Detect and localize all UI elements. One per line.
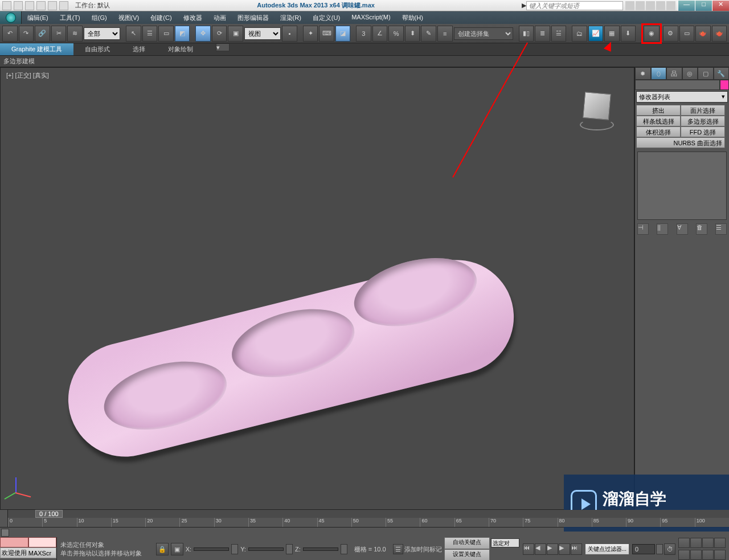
hierarchy-tab-icon[interactable]: 品 [666,67,682,80]
key-selection-dropdown[interactable]: 选定对 [491,538,519,547]
make-unique-icon[interactable]: ∀ [677,223,688,235]
orbit-icon[interactable] [702,550,714,560]
play-icon[interactable]: ▶ [547,543,558,555]
minimize-button[interactable]: — [678,1,695,11]
scale-icon[interactable]: ▣ [228,26,243,42]
remove-modifier-icon[interactable]: 🗑 [696,223,707,235]
motion-tab-icon[interactable]: ◎ [682,67,698,80]
menu-grapheditors[interactable]: 图形编辑器 [232,11,275,24]
modifier-stack[interactable] [637,152,727,220]
mirror-icon[interactable]: ▮▯ [519,26,534,42]
current-frame-field[interactable]: 0 [632,544,655,554]
snap-3d-icon[interactable]: 3 [356,26,371,42]
menu-tools[interactable]: 工具(T) [54,11,86,24]
menu-modifiers[interactable]: 修改器 [178,11,208,24]
edit-named-sel-icon[interactable]: ✎ [421,26,436,42]
render-setup-icon[interactable]: ⚙ [663,26,678,42]
pivot-icon[interactable]: ▪ [282,26,297,42]
select-by-name-icon[interactable]: ☰ [142,26,158,42]
rotate-icon[interactable]: ⟳ [212,26,227,42]
maximize-button[interactable]: □ [695,1,712,11]
binoculars-icon[interactable] [625,1,634,10]
help-search-input[interactable] [526,1,623,10]
abs-rel-icon[interactable]: ▣ [171,543,183,555]
spinner-snap-icon[interactable]: ⬍ [405,26,420,42]
application-button[interactable] [0,11,22,24]
zoom-extents-icon[interactable] [702,538,714,548]
display-tab-icon[interactable]: ▢ [698,67,714,80]
menu-rendering[interactable]: 渲染(R) [275,11,307,24]
time-slider-thumb[interactable]: 0 / 100 [35,510,63,518]
mini-curve-toggle-icon[interactable] [1,529,9,537]
select-object-icon[interactable]: ↖ [126,26,141,42]
bind-spacewarp-icon[interactable]: ≋ [67,26,83,42]
qat-redo-icon[interactable] [48,1,57,10]
curve-editor-icon[interactable]: 📈 [588,26,604,42]
mod-extrude[interactable]: 挤出 [636,105,681,116]
select-rect-icon[interactable]: ▭ [158,26,174,42]
menu-maxscript[interactable]: MAXScript(M) [346,11,396,24]
viewcube[interactable] [577,91,617,130]
key-filters-button[interactable]: 关键点过滤器... [585,544,629,554]
keyboard-shortcut-icon[interactable]: ⌨ [319,26,334,42]
ribbon-tab-freeform[interactable]: 自由形式 [73,43,121,55]
manipulate-icon[interactable]: ✦ [303,26,318,42]
next-frame-icon[interactable]: ▶ [559,543,570,555]
menu-group[interactable]: 组(G) [86,11,113,24]
percent-snap-icon[interactable]: % [388,26,404,42]
mod-vol-select[interactable]: 体积选择 [636,126,681,137]
time-config-icon[interactable]: ⏱ [664,543,675,555]
utilities-tab-icon[interactable]: 🔧 [714,67,730,80]
viewcube-ring-icon[interactable] [580,119,614,130]
menu-edit[interactable]: 编辑(E) [22,11,54,24]
named-selection-sets[interactable]: 创建选择集 [454,27,513,40]
y-field[interactable] [248,547,284,551]
menu-animation[interactable]: 动画 [208,11,232,24]
move-icon[interactable]: ✥ [195,26,211,42]
redo-icon[interactable]: ↷ [19,26,34,42]
modify-tab-icon[interactable]: ⬯ [651,67,667,80]
viewport-label[interactable]: [+] [正交] [真实] [6,71,49,80]
modifier-list-dropdown[interactable]: 修改器列表▾ [636,91,728,103]
pan-icon[interactable] [690,550,702,560]
y-spinner[interactable] [286,544,293,554]
mod-ffd-select[interactable]: FFD 选择 [681,126,725,137]
configure-sets-icon[interactable]: ☰ [715,223,727,235]
viewcube-cube-icon[interactable] [583,92,611,120]
undo-icon[interactable]: ↶ [2,26,18,42]
menu-views[interactable]: 视图(V) [113,11,145,24]
scene-explorer-icon[interactable]: 🗂 [572,26,587,42]
object-color-swatch[interactable] [720,80,729,90]
show-end-result-icon[interactable]: || [657,223,668,235]
workspace-selector[interactable]: 工作台: 默认 [75,1,110,10]
max-toggle-icon[interactable] [714,550,726,560]
ribbon-tab-modeling[interactable]: Graphite 建模工具 [0,43,73,55]
angle-snap-icon[interactable]: ∠ [372,26,388,42]
create-tab-icon[interactable]: ✹ [635,67,651,80]
menu-help[interactable]: 帮助(H) [396,11,429,24]
key-icon[interactable] [636,1,645,10]
z-field[interactable] [303,547,338,551]
trackbar-toggle-icon[interactable] [0,510,8,527]
goto-start-icon[interactable]: ⏮ [523,543,534,555]
snap-toggle-icon[interactable]: ◪ [335,26,351,42]
close-button[interactable]: ✕ [712,1,729,11]
zoom-icon[interactable] [678,538,690,548]
align-icon[interactable]: ≣ [535,26,550,42]
pin-stack-icon[interactable]: ⊣ [637,223,649,235]
ribbon-tab-selection[interactable]: 选择 [121,43,157,55]
auto-key-button[interactable]: 自动关键点 [444,537,490,549]
listener-tabs[interactable]: 欢迎使用 MAXScr [0,547,56,558]
named-sel-edit-icon[interactable]: ≡ [437,26,453,42]
mod-spline-select[interactable]: 样条线选择 [636,116,681,126]
star-icon[interactable] [656,1,665,10]
set-key-button[interactable]: 设置关键点 [444,549,490,560]
link-icon[interactable]: 🔗 [35,26,50,42]
material-editor-icon[interactable]: ◉ [644,26,660,42]
goto-end-icon[interactable]: ⏭ [571,543,582,555]
layer-manager-icon[interactable]: ☱ [551,26,567,42]
qat-save-icon[interactable] [25,1,34,10]
x-field[interactable] [194,547,229,551]
selection-filter[interactable]: 全部 [84,27,121,40]
zoom-extents-all-icon[interactable] [714,538,726,548]
